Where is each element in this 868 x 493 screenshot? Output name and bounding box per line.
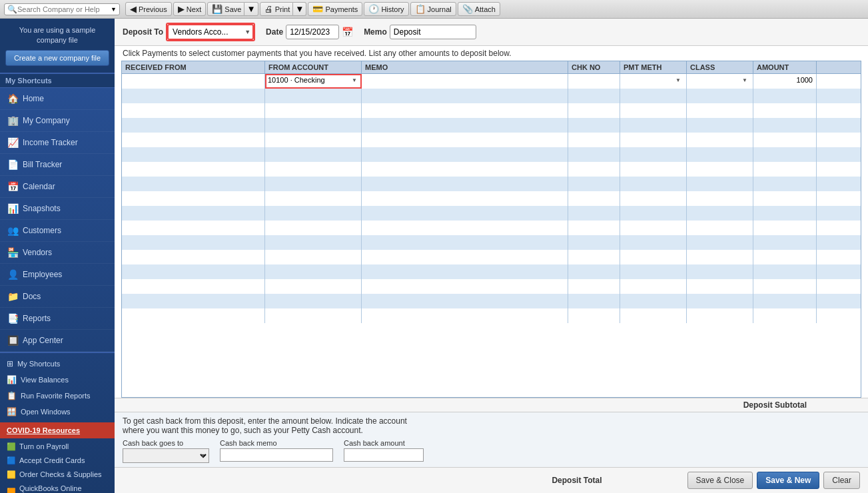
sidebar-item-reports[interactable]: 📑 Reports	[0, 308, 115, 330]
company-icon: 🏢	[7, 115, 19, 127]
sidebar-item-docs[interactable]: 📁 Docs	[0, 286, 115, 308]
history-icon	[368, 4, 379, 14]
sidebar-my-shortcuts[interactable]: ⊞ My Shortcuts	[0, 356, 115, 372]
journal-button[interactable]: Journal	[410, 2, 456, 16]
sidebar-item-customers[interactable]: 👥 Customers	[0, 220, 115, 242]
income-icon: 📈	[7, 137, 19, 149]
print-dropdown-button[interactable]: ▼	[293, 2, 306, 16]
grid-header: RECEIVED FROM FROM ACCOUNT MEMO CHK NO P…	[121, 61, 861, 74]
cell-pmt-meth[interactable]	[620, 74, 687, 89]
date-input[interactable]	[286, 25, 339, 39]
search-input[interactable]	[17, 5, 111, 13]
covid-link[interactable]: COVID-19 Resources	[7, 426, 80, 434]
table-row	[122, 235, 861, 250]
sidebar-item-snapshots[interactable]: 📊 Snapshots	[0, 198, 115, 220]
table-row	[122, 206, 861, 221]
deposit-total-label: Deposit Total	[552, 476, 602, 485]
journal-icon	[415, 4, 426, 14]
deposit-to-wrapper[interactable]: Vendors Acco...	[166, 23, 255, 41]
cell-from-account[interactable]: 10100 · Checking	[265, 74, 362, 89]
sidebar-view-balances[interactable]: 📊 View Balances	[0, 372, 115, 388]
search-dropdown-icon[interactable]: ▼	[111, 6, 117, 13]
save-split-button[interactable]: Save ▼	[207, 2, 258, 16]
deposit-to-select[interactable]: Vendors Acco...	[167, 24, 254, 40]
memo-input[interactable]	[390, 25, 476, 39]
covid-accept-credit-cards[interactable]: 🟦 Accept Credit Cards	[0, 454, 115, 468]
cell-chk-no[interactable]	[568, 74, 620, 89]
sidebar-top: You are using a sample company file Crea…	[0, 19, 115, 73]
class-select[interactable]	[690, 76, 749, 84]
save-close-button[interactable]: Save & Close	[687, 472, 753, 489]
bottom-bar: Deposit Total Save & Close Save & New Cl…	[115, 467, 868, 493]
toolbar: ▼ Previous Next Save ▼ Print ▼ Payments …	[0, 0, 868, 19]
chk-no-input[interactable]	[572, 76, 616, 84]
sidebar-item-app-center[interactable]: 🔲 App Center	[0, 330, 115, 352]
cell-received-from[interactable]	[122, 74, 265, 89]
sidebar-item-label: Docs	[23, 292, 41, 301]
docs-icon: 📁	[7, 290, 19, 302]
sidebar-item-bill-tracker[interactable]: 📄 Bill Tracker	[0, 154, 115, 176]
amount-input[interactable]	[757, 76, 813, 84]
save-new-button[interactable]: Save & New	[757, 472, 819, 489]
sidebar-item-calendar[interactable]: 📅 Calendar	[0, 176, 115, 198]
sidebar-item-label: Home	[23, 94, 44, 103]
sidebar-item-income-tracker[interactable]: 📈 Income Tracker	[0, 132, 115, 154]
create-company-button[interactable]: Create a new company file	[5, 50, 109, 66]
covid-quickbooks-accountant[interactable]: 🟧 QuickBooks Online Accountant	[0, 482, 115, 493]
cash-back-memo-input[interactable]	[220, 448, 333, 462]
print-button[interactable]: Print	[260, 2, 294, 16]
pmt-meth-select[interactable]	[624, 76, 683, 84]
next-icon	[178, 4, 185, 14]
col-memo: MEMO	[362, 61, 568, 73]
calendar-picker-icon[interactable]: 📅	[342, 27, 353, 37]
clear-button[interactable]: Clear	[823, 472, 860, 489]
table-row	[122, 308, 861, 323]
table-row	[122, 294, 861, 308]
covid-section[interactable]: COVID-19 Resources	[0, 422, 115, 438]
class-wrapper[interactable]	[690, 76, 749, 84]
info-bar: Click Payments to select customer paymen…	[115, 46, 868, 61]
cash-back-memo-group: Cash back memo	[220, 439, 333, 462]
attach-button[interactable]: Attach	[458, 2, 500, 16]
col-amount: AMOUNT	[753, 61, 817, 73]
history-button[interactable]: History	[364, 2, 408, 16]
previous-button[interactable]: Previous	[125, 2, 172, 16]
snapshots-icon: 📊	[7, 203, 19, 215]
sidebar-item-employees[interactable]: 👤 Employees	[0, 264, 115, 286]
next-button[interactable]: Next	[173, 2, 207, 16]
from-account-select[interactable]: 10100 · Checking	[268, 76, 359, 84]
cash-back-amount-input[interactable]	[344, 448, 424, 462]
sidebar-item-my-company[interactable]: 🏢 My Company	[0, 110, 115, 132]
table-row	[122, 221, 861, 235]
search-icon	[7, 5, 17, 14]
attach-icon	[462, 4, 473, 14]
cash-back-section: To get cash back from this deposit, ente…	[115, 412, 868, 467]
memo-cell-input[interactable]	[365, 76, 564, 84]
col-chk-no: CHK NO	[568, 61, 620, 73]
cell-class[interactable]	[687, 74, 753, 89]
covid-order-checks[interactable]: 🟨 Order Checks & Supplies	[0, 468, 115, 482]
cash-back-goes-to-wrapper[interactable]	[123, 448, 209, 463]
sidebar-item-label: Employees	[23, 270, 62, 279]
received-from-input[interactable]	[125, 76, 261, 84]
save-button[interactable]: Save	[207, 2, 244, 16]
pmt-meth-wrapper[interactable]	[624, 76, 683, 84]
cash-back-goes-to-label: Cash back goes to	[123, 439, 209, 447]
payments-button[interactable]: Payments	[308, 2, 362, 16]
from-account-wrapper[interactable]: 10100 · Checking	[268, 76, 359, 84]
info-text: Click Payments to select customer paymen…	[123, 49, 512, 58]
cash-back-goes-to-select[interactable]	[123, 448, 209, 463]
covid-turn-on-payroll[interactable]: 🟩 Turn on Payroll	[0, 440, 115, 454]
employees-icon: 👤	[7, 268, 19, 280]
sidebar-item-home[interactable]: 🏠 Home	[0, 88, 115, 110]
sidebar-open-windows[interactable]: 🪟 Open Windows	[0, 404, 115, 420]
save-dropdown-button[interactable]: ▼	[244, 2, 258, 16]
save-icon	[212, 4, 222, 14]
cell-amount[interactable]	[753, 74, 817, 89]
form-header: Deposit To Vendors Acco... Date 📅 Memo	[115, 19, 868, 46]
print-split-button[interactable]: Print ▼	[260, 2, 307, 16]
cell-memo[interactable]	[362, 74, 568, 89]
search-box[interactable]: ▼	[4, 3, 120, 15]
sidebar-item-vendors[interactable]: 🏪 Vendors	[0, 242, 115, 264]
sidebar-run-favorite-reports[interactable]: 📋 Run Favorite Reports	[0, 388, 115, 404]
